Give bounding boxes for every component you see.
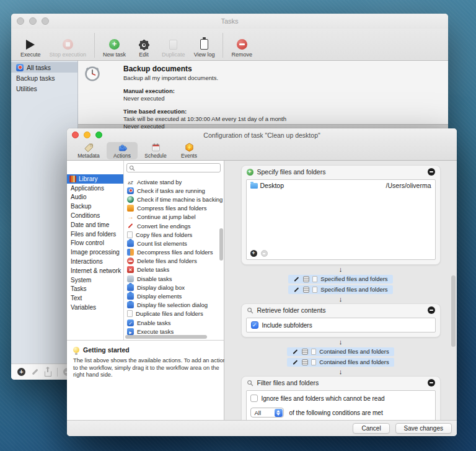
hexagon-bolt-icon bbox=[185, 143, 194, 152]
action-list-item[interactable]: Delete tasks bbox=[124, 266, 224, 274]
dialog-footer: Cancel Save changes bbox=[67, 420, 457, 436]
include-subfolders-checkbox[interactable] bbox=[251, 321, 258, 329]
workflow-vertical-scrollbar[interactable] bbox=[451, 275, 456, 347]
action-list-item[interactable]: Enable tasks bbox=[124, 318, 224, 327]
puzzle-icon bbox=[127, 293, 134, 300]
lightbulb-icon bbox=[73, 347, 79, 353]
category-item[interactable]: Image processing bbox=[67, 248, 123, 257]
config-dialog: Configuration of task "Clean up desktop"… bbox=[67, 128, 457, 436]
tasks-titlebar[interactable]: Tasks bbox=[11, 14, 448, 29]
action-label: Execute tasks bbox=[137, 328, 174, 335]
cancel-button[interactable]: Cancel bbox=[353, 423, 389, 434]
category-item[interactable]: Text bbox=[67, 293, 123, 303]
ignore-unreadable-checkbox[interactable] bbox=[250, 395, 258, 402]
action-list-vertical-scrollbar[interactable] bbox=[219, 228, 223, 261]
category-item-library[interactable]: Library bbox=[67, 174, 123, 184]
category-item[interactable]: Variables bbox=[67, 303, 123, 312]
action-list-item[interactable]: Check if tasks are running bbox=[124, 186, 224, 195]
workflow-block-specify[interactable]: Specify files and folders Desktop /Users… bbox=[241, 165, 441, 265]
add-file-button[interactable] bbox=[250, 250, 257, 257]
task-details: Backup documents Backup all my important… bbox=[123, 61, 286, 124]
category-label: Internet & network bbox=[71, 267, 121, 274]
category-item[interactable]: Files and folders bbox=[67, 230, 123, 239]
action-label: Delete tasks bbox=[137, 266, 169, 273]
dialog-titlebar[interactable]: Configuration of task "Clean up desktop" bbox=[67, 128, 457, 141]
category-item[interactable]: Audio bbox=[67, 193, 123, 202]
file-row-desktop[interactable]: Desktop /Users/oliverma bbox=[247, 180, 435, 191]
action-list-item[interactable]: Copy files and folders bbox=[124, 230, 224, 239]
action-label: Delete files and folders bbox=[137, 257, 197, 264]
action-list-item[interactable]: Check if time machine is backing up dat bbox=[124, 195, 224, 203]
tab-metadata[interactable]: Metadata bbox=[73, 142, 104, 159]
action-label: Check if tasks are running bbox=[137, 187, 205, 194]
document-icon bbox=[311, 349, 316, 355]
sidebar-item-utilities[interactable]: Utilities bbox=[11, 83, 77, 94]
category-item[interactable]: Interactions bbox=[67, 257, 123, 266]
gear-box-icon bbox=[127, 187, 134, 194]
category-item[interactable]: Tasks bbox=[67, 285, 123, 294]
category-item[interactable]: Internet & network bbox=[67, 266, 123, 275]
add-task-icon[interactable] bbox=[17, 368, 25, 376]
edit-button[interactable]: Edit bbox=[130, 30, 157, 59]
action-list-item[interactable]: Display file selection dialog bbox=[124, 301, 224, 310]
alarm-clock-icon bbox=[84, 66, 100, 82]
stop-execution-button[interactable]: Stop execution bbox=[45, 30, 91, 59]
action-label: Duplicate files and folders bbox=[136, 310, 203, 317]
category-label: Interactions bbox=[71, 258, 103, 265]
action-list-item[interactable]: Count list elements bbox=[124, 239, 224, 248]
action-list-item[interactable]: Display dialog box bbox=[124, 283, 224, 292]
action-list-item[interactable]: Continue at jump label bbox=[124, 213, 224, 221]
action-list-item[interactable]: Disable tasks bbox=[124, 274, 224, 283]
category-item[interactable]: Backup bbox=[67, 202, 123, 211]
category-item[interactable]: Date and time bbox=[67, 220, 123, 230]
task-row-backup-documents[interactable]: Backup documents Backup all my important… bbox=[78, 61, 448, 124]
category-item[interactable]: Conditions bbox=[67, 211, 123, 220]
save-changes-button[interactable]: Save changes bbox=[395, 423, 452, 434]
action-list-item[interactable]: Compress files and folders bbox=[124, 204, 224, 213]
tab-events[interactable]: Events bbox=[174, 142, 205, 159]
edit-pencil-icon[interactable] bbox=[31, 368, 39, 376]
remove-file-button[interactable] bbox=[261, 250, 268, 257]
tab-actions[interactable]: Actions bbox=[107, 142, 138, 159]
action-list-item[interactable]: Delete files and folders bbox=[124, 257, 224, 266]
stepper-icon bbox=[275, 409, 283, 417]
sidebar-item-all-tasks[interactable]: All tasks bbox=[11, 62, 77, 73]
jump-arrow-icon bbox=[127, 213, 134, 220]
edit-pencil-icon bbox=[292, 359, 299, 365]
action-search[interactable] bbox=[126, 163, 221, 172]
workflow-block-retrieve[interactable]: Retrieve folder contents Include subfold… bbox=[241, 303, 441, 337]
connector-specified-files-1[interactable]: Specified files and folders bbox=[288, 275, 392, 284]
actions-column: Activate stand by Check if tasks are run… bbox=[124, 161, 224, 340]
action-list-horizontal-scrollbar[interactable] bbox=[125, 335, 207, 339]
category-item[interactable]: System bbox=[67, 275, 123, 285]
workflow-block-filter[interactable]: Filter files and folders Ignore files an… bbox=[241, 376, 441, 420]
category-item[interactable]: Applications bbox=[67, 184, 123, 193]
quantifier-select[interactable]: All bbox=[250, 408, 284, 418]
search-input[interactable] bbox=[137, 164, 220, 171]
view-log-button[interactable]: View log bbox=[190, 30, 219, 59]
share-icon[interactable] bbox=[45, 371, 51, 377]
connector-contained-files-2[interactable]: Contained files and folders bbox=[287, 358, 394, 367]
duplicate-button[interactable]: Duplicate bbox=[157, 30, 190, 59]
connector-contained-files-1[interactable]: Contained files and folders bbox=[287, 347, 394, 356]
connector-specified-files-2[interactable]: Specified files and folders bbox=[288, 285, 392, 294]
category-label: Date and time bbox=[71, 221, 109, 228]
action-list-item[interactable]: Convert line endings bbox=[124, 221, 224, 230]
category-item[interactable]: Flow control bbox=[67, 239, 123, 248]
collapse-remove-button[interactable] bbox=[428, 379, 435, 386]
execute-button[interactable]: Execute bbox=[16, 30, 45, 59]
collapse-remove-button[interactable] bbox=[428, 168, 435, 176]
new-task-button[interactable]: New task bbox=[99, 30, 130, 59]
sidebar-item-backup-tasks[interactable]: Backup tasks bbox=[11, 73, 77, 83]
tab-schedule[interactable]: Schedule bbox=[140, 142, 171, 159]
remove-button[interactable]: Remove bbox=[227, 30, 257, 59]
action-list-item[interactable]: Duplicate files and folders bbox=[124, 310, 224, 318]
action-list-item[interactable]: Activate stand by bbox=[124, 177, 224, 186]
magnifier-icon bbox=[247, 307, 253, 314]
block-header: Specify files and folders bbox=[242, 166, 440, 178]
document-icon bbox=[312, 287, 317, 293]
action-label: Activate stand by bbox=[137, 179, 182, 185]
action-list-item[interactable]: Display elements bbox=[124, 292, 224, 300]
action-list-item[interactable]: Decompress files and folders bbox=[124, 248, 224, 257]
collapse-remove-button[interactable] bbox=[428, 306, 435, 314]
